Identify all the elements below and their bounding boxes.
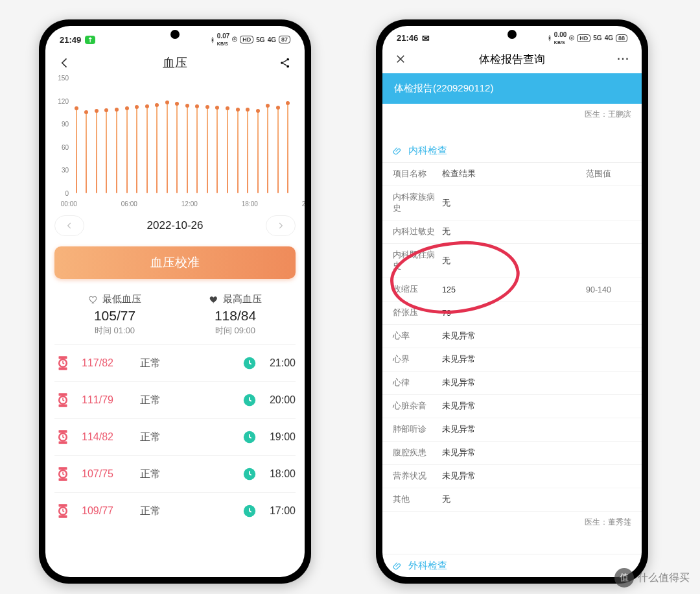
watch-icon: [54, 355, 71, 372]
svg-point-1: [286, 58, 289, 61]
cell-result: 无: [442, 226, 586, 237]
record-time: 21:00: [262, 357, 296, 369]
x-tick: 00:00: [61, 200, 77, 208]
battery-icon: 88: [616, 34, 627, 42]
chart-bar: [262, 106, 273, 193]
chart-bar: [253, 111, 263, 193]
record-row[interactable]: 109/77正常17:00: [54, 492, 296, 529]
y-tick: 30: [54, 167, 69, 174]
min-bp-time: 时间 01:00: [54, 325, 175, 337]
record-time: 19:00: [262, 431, 296, 443]
record-bp: 117/82: [82, 357, 140, 369]
cell-result: 未见异常: [442, 424, 586, 435]
next-day-button[interactable]: [266, 215, 296, 236]
cell-name: 心界: [393, 354, 442, 365]
chart-bar: [283, 103, 293, 193]
watch-icon: [54, 429, 71, 446]
svg-rect-3: [59, 356, 67, 359]
page-title: 体检报告查询: [408, 52, 616, 67]
record-row[interactable]: 111/79正常20:00: [54, 381, 296, 418]
cell-result: 未见异常: [442, 471, 586, 482]
cell-name: 心脏杂音: [393, 401, 442, 412]
signal-5g-icon: 5G: [256, 36, 264, 43]
cell-name: 营养状况: [393, 471, 442, 482]
share-button[interactable]: [277, 55, 293, 71]
y-tick: 0: [54, 190, 69, 197]
cell-name: 心率: [393, 331, 442, 342]
svg-rect-14: [59, 442, 67, 444]
svg-rect-18: [59, 467, 67, 469]
cell-name: 收缩压: [393, 284, 442, 295]
svg-rect-13: [59, 430, 67, 433]
cell-result: 无: [442, 255, 586, 267]
cell-name: 其他: [393, 494, 442, 505]
chart-bar: [202, 107, 213, 193]
clip-icon: [393, 561, 403, 571]
cell-result: 未见异常: [442, 331, 586, 342]
chart-bar: [172, 104, 182, 193]
clock-icon: [242, 467, 257, 481]
record-bp: 109/77: [82, 505, 140, 517]
phone-right: 21:46 ✉ ᚼ 0.00KB/S ⦾ HD 5G 4G 88 体检报告查询: [376, 19, 648, 584]
record-list: 117/82正常21:00111/79正常20:00114/82正常19:001…: [45, 344, 305, 577]
status-time: 21:49: [60, 35, 81, 45]
record-bp: 107/75: [82, 468, 140, 480]
doctor-top: 医生：王鹏滨: [382, 104, 642, 139]
table-row: 内科既往病史无: [382, 244, 642, 278]
app-running-icon: ⇡: [85, 36, 95, 44]
clock-icon: [242, 393, 257, 407]
cell-name: 内科家族病史: [393, 192, 442, 214]
cell-range: 90-140: [586, 285, 631, 294]
report-banner: 体检报告(2209290112): [382, 73, 642, 104]
chart-bar: [192, 106, 203, 193]
chart-bar: [111, 110, 122, 193]
nav-bar: 体检报告查询 ···: [382, 47, 642, 73]
record-bp: 111/79: [82, 394, 140, 406]
x-tick: 06:00: [121, 200, 137, 208]
cell-result: 未见异常: [442, 447, 586, 458]
svg-rect-9: [59, 405, 67, 407]
calibrate-button[interactable]: 血压校准: [54, 246, 296, 279]
section-surgery[interactable]: 外科检查: [382, 554, 642, 577]
record-status: 正常: [140, 431, 242, 444]
max-bp-label: 最高血压: [223, 293, 262, 305]
chart-bar: [82, 112, 92, 193]
record-status: 正常: [140, 394, 242, 407]
bluetooth-icon: ᚼ: [211, 36, 215, 43]
x-tick: 24:00: [302, 200, 305, 208]
battery-icon: 87: [279, 36, 290, 43]
table-row: 内科家族病史无: [382, 186, 642, 220]
watermark-badge: 值: [614, 568, 634, 588]
watch-icon: [54, 466, 71, 482]
chart-bar: [233, 110, 243, 193]
phone-left: 21:49 ⇡ ᚼ 0.07KB/S ⦾ HD 5G 4G 87 血压: [39, 19, 311, 584]
record-row[interactable]: 107/75正常18:00: [54, 455, 296, 492]
chart-bar: [102, 110, 112, 193]
bp-chart: 030609012015000:0006:0012:0018:0024:00: [54, 78, 296, 208]
chart-bar: [222, 108, 233, 193]
clip-icon: [393, 146, 403, 156]
watch-icon: [54, 392, 71, 409]
svg-rect-24: [59, 516, 67, 518]
chart-bar: [273, 108, 283, 193]
close-button[interactable]: [393, 51, 408, 67]
table-row: 腹腔疾患未见异常: [382, 442, 642, 465]
hd-icon: HD: [577, 34, 590, 42]
record-row[interactable]: 117/82正常21:00: [54, 344, 296, 381]
svg-rect-23: [59, 504, 67, 506]
section-internal[interactable]: 内科检查: [382, 139, 642, 163]
y-tick: 120: [54, 97, 69, 104]
y-tick: 90: [54, 121, 69, 128]
record-row[interactable]: 114/82正常19:00: [54, 418, 296, 455]
prev-day-button[interactable]: [54, 215, 84, 236]
doctor-bottom: 医生：董秀莲: [382, 512, 642, 554]
table-row: 营养状况未见异常: [382, 465, 642, 488]
heart-solid-icon: [209, 294, 219, 305]
more-button[interactable]: ···: [616, 51, 631, 67]
cell-name: 腹腔疾患: [393, 447, 442, 458]
table-row: 心律未见异常: [382, 372, 642, 395]
back-button[interactable]: [57, 55, 73, 71]
camera-notch: [170, 30, 180, 39]
status-time: 21:46: [397, 33, 418, 43]
x-tick: 18:00: [242, 200, 258, 208]
